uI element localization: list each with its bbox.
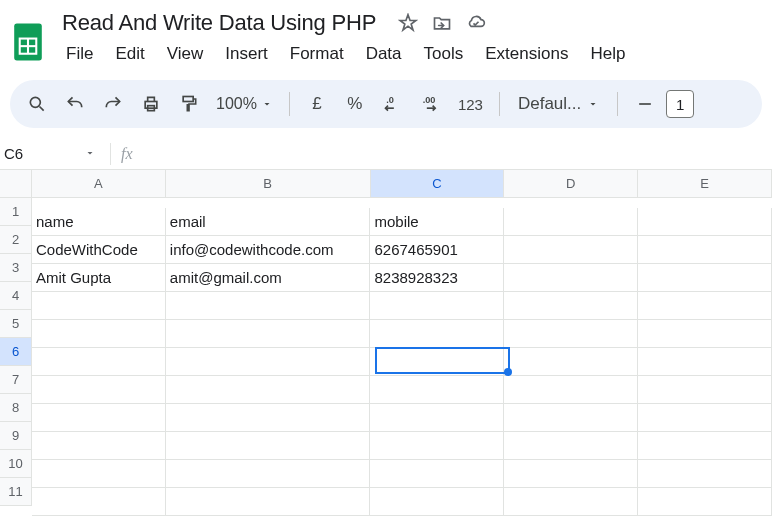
- cell-D2[interactable]: [504, 236, 638, 264]
- cell-A10[interactable]: [32, 460, 166, 488]
- cell-C11[interactable]: [370, 488, 504, 516]
- cell-A2[interactable]: CodeWithCode: [32, 236, 166, 264]
- print-button[interactable]: [134, 87, 168, 121]
- document-title[interactable]: Read And Write Data Using PHP: [56, 8, 382, 38]
- row-header-4[interactable]: 4: [0, 282, 32, 310]
- cell-C4[interactable]: [370, 292, 504, 320]
- decrease-decimal-button[interactable]: .0: [376, 87, 410, 121]
- cell-D8[interactable]: [504, 404, 638, 432]
- menu-extensions[interactable]: Extensions: [475, 40, 578, 68]
- cell-E10[interactable]: [638, 460, 772, 488]
- column-header-E[interactable]: E: [638, 170, 772, 198]
- row-header-7[interactable]: 7: [0, 366, 32, 394]
- search-menus-button[interactable]: [20, 87, 54, 121]
- cell-D1[interactable]: [504, 208, 638, 236]
- cell-E3[interactable]: [638, 264, 772, 292]
- cell-B11[interactable]: [166, 488, 371, 516]
- cell-E5[interactable]: [638, 320, 772, 348]
- cell-E11[interactable]: [638, 488, 772, 516]
- decrease-font-button[interactable]: [628, 87, 662, 121]
- font-size-input[interactable]: 1: [666, 90, 694, 118]
- menu-data[interactable]: Data: [356, 40, 412, 68]
- menu-tools[interactable]: Tools: [414, 40, 474, 68]
- currency-button[interactable]: £: [300, 87, 334, 121]
- cell-E2[interactable]: [638, 236, 772, 264]
- cell-B3[interactable]: amit@gmail.com: [166, 264, 371, 292]
- cell-E7[interactable]: [638, 376, 772, 404]
- column-header-D[interactable]: D: [504, 170, 638, 198]
- font-select[interactable]: Defaul...: [510, 94, 607, 114]
- zoom-select[interactable]: 100%: [210, 95, 279, 113]
- menu-help[interactable]: Help: [580, 40, 635, 68]
- menu-insert[interactable]: Insert: [215, 40, 278, 68]
- cell-E1[interactable]: [638, 208, 772, 236]
- cell-B4[interactable]: [166, 292, 371, 320]
- cell-D10[interactable]: [504, 460, 638, 488]
- cell-D6[interactable]: [504, 348, 638, 376]
- cell-C9[interactable]: [370, 432, 504, 460]
- cell-E9[interactable]: [638, 432, 772, 460]
- select-all-corner[interactable]: [0, 170, 32, 198]
- column-header-B[interactable]: B: [166, 170, 371, 198]
- column-header-A[interactable]: A: [32, 170, 166, 198]
- increase-decimal-button[interactable]: .00: [414, 87, 448, 121]
- sheets-logo[interactable]: [8, 22, 48, 62]
- undo-button[interactable]: [58, 87, 92, 121]
- row-header-2[interactable]: 2: [0, 226, 32, 254]
- cell-A7[interactable]: [32, 376, 166, 404]
- cell-C10[interactable]: [370, 460, 504, 488]
- cloud-status-icon[interactable]: [466, 13, 486, 33]
- cell-D3[interactable]: [504, 264, 638, 292]
- menu-edit[interactable]: Edit: [105, 40, 154, 68]
- row-header-9[interactable]: 9: [0, 422, 32, 450]
- cell-A6[interactable]: [32, 348, 166, 376]
- row-header-5[interactable]: 5: [0, 310, 32, 338]
- cell-B7[interactable]: [166, 376, 371, 404]
- menu-view[interactable]: View: [157, 40, 214, 68]
- cell-B1[interactable]: email: [166, 208, 371, 236]
- cell-C8[interactable]: [370, 404, 504, 432]
- cell-E4[interactable]: [638, 292, 772, 320]
- cell-C5[interactable]: [370, 320, 504, 348]
- cell-A5[interactable]: [32, 320, 166, 348]
- row-header-6[interactable]: 6: [0, 338, 32, 366]
- cell-A1[interactable]: name: [32, 208, 166, 236]
- cell-D4[interactable]: [504, 292, 638, 320]
- cell-D5[interactable]: [504, 320, 638, 348]
- percent-button[interactable]: %: [338, 87, 372, 121]
- row-header-3[interactable]: 3: [0, 254, 32, 282]
- cell-B6[interactable]: [166, 348, 371, 376]
- row-header-11[interactable]: 11: [0, 478, 32, 506]
- menu-format[interactable]: Format: [280, 40, 354, 68]
- cell-A11[interactable]: [32, 488, 166, 516]
- redo-button[interactable]: [96, 87, 130, 121]
- cell-A9[interactable]: [32, 432, 166, 460]
- cell-B9[interactable]: [166, 432, 371, 460]
- cell-A4[interactable]: [32, 292, 166, 320]
- cell-E8[interactable]: [638, 404, 772, 432]
- cell-B2[interactable]: info@codewithcode.com: [166, 236, 371, 264]
- row-header-1[interactable]: 1: [0, 198, 32, 226]
- cell-D9[interactable]: [504, 432, 638, 460]
- cell-D11[interactable]: [504, 488, 638, 516]
- name-box[interactable]: C6: [0, 145, 104, 162]
- move-icon[interactable]: [432, 13, 452, 33]
- cell-B8[interactable]: [166, 404, 371, 432]
- cell-B5[interactable]: [166, 320, 371, 348]
- cell-C3[interactable]: 8238928323: [370, 264, 504, 292]
- cell-E6[interactable]: [638, 348, 772, 376]
- cell-A3[interactable]: Amit Gupta: [32, 264, 166, 292]
- cell-C6[interactable]: [370, 348, 504, 376]
- cell-C2[interactable]: 6267465901: [370, 236, 504, 264]
- paint-format-button[interactable]: [172, 87, 206, 121]
- star-icon[interactable]: [398, 13, 418, 33]
- cell-C7[interactable]: [370, 376, 504, 404]
- cell-D7[interactable]: [504, 376, 638, 404]
- row-header-8[interactable]: 8: [0, 394, 32, 422]
- cell-A8[interactable]: [32, 404, 166, 432]
- menu-file[interactable]: File: [56, 40, 103, 68]
- formula-bar[interactable]: [133, 138, 772, 169]
- column-header-C[interactable]: C: [371, 170, 505, 198]
- row-header-10[interactable]: 10: [0, 450, 32, 478]
- cell-C1[interactable]: mobile: [370, 208, 504, 236]
